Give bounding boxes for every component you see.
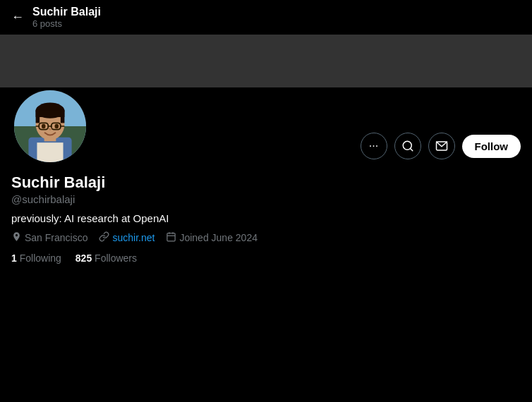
svg-rect-7 [36,111,65,117]
link-icon [99,231,109,244]
svg-rect-20 [167,233,175,241]
avatar [11,87,89,165]
website-link[interactable]: suchir.net [112,232,155,243]
top-bar-info: Suchir Balaji 6 posts [32,6,101,29]
website-item[interactable]: suchir.net [99,231,155,244]
avatar-image [14,90,86,162]
profile-meta: San Francisco suchir.net Joined June 2 [11,231,521,244]
profile-handle: @suchirbalaji [11,193,521,205]
follow-button[interactable]: Follow [462,135,521,158]
following-label: Following [20,252,61,264]
stats-row: 1 Following 825 Followers [11,252,521,264]
top-bar-posts: 6 posts [32,18,101,29]
top-bar: ← Suchir Balaji 6 posts [0,0,532,35]
svg-line-18 [410,148,412,150]
calendar-icon [166,231,176,244]
followers-stat[interactable]: 825 Followers [75,252,137,264]
svg-rect-3 [37,142,63,162]
back-button[interactable]: ← [11,10,24,25]
message-button[interactable] [428,133,455,159]
more-button[interactable]: ··· [361,133,387,159]
joined-item: Joined June 2024 [166,231,258,244]
following-count: 1 [11,252,17,264]
svg-rect-8 [36,110,40,123]
top-bar-name: Suchir Balaji [32,6,101,18]
mail-icon [435,140,448,152]
search-icon [401,140,414,152]
followers-count: 825 [75,252,92,264]
svg-point-16 [54,124,59,128]
followers-label: Followers [95,252,137,264]
search-button[interactable] [394,133,421,159]
location-text: San Francisco [25,232,87,243]
profile-section: ··· Follow Suchir Balaji @suchirbalaji p… [0,87,532,264]
location-item: San Francisco [11,231,87,244]
avatar-row: ··· Follow [11,87,521,165]
joined-text: Joined June 2024 [179,232,258,243]
svg-rect-9 [61,110,65,123]
profile-bio: previously: AI research at OpenAI [11,212,521,224]
more-icon: ··· [369,140,378,152]
following-stat[interactable]: 1 Following [11,252,61,264]
location-icon [11,231,22,244]
action-buttons: ··· Follow [361,133,521,159]
profile-display-name: Suchir Balaji [11,173,521,192]
svg-point-15 [42,124,46,128]
